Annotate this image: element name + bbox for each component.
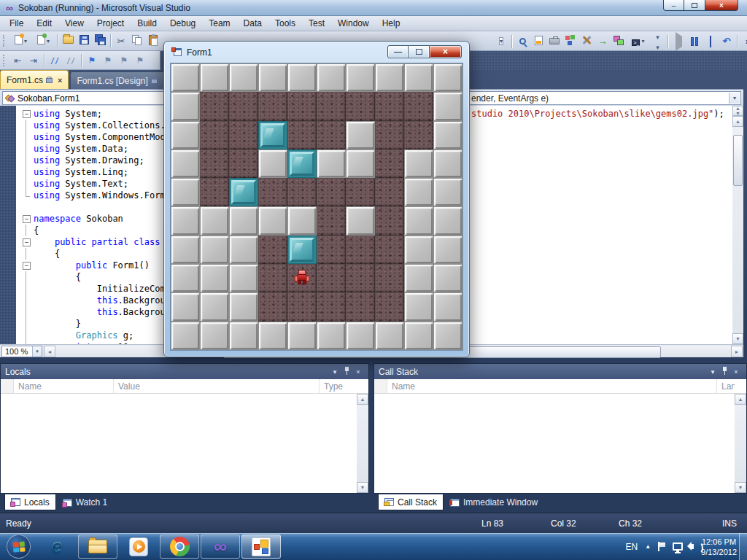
action-center-flag-icon[interactable]	[658, 542, 665, 551]
scroll-down-arrow[interactable]: ▼	[357, 482, 368, 493]
close-tab-icon[interactable]: ×	[58, 76, 62, 85]
menu-edit[interactable]: Edit	[30, 17, 58, 30]
fold-collapse-icon[interactable]	[22, 260, 34, 271]
extensions-button[interactable]	[562, 34, 578, 50]
taskbar-item-windows-explorer[interactable]	[78, 534, 117, 559]
fold-collapse-icon[interactable]	[22, 236, 34, 248]
fold-collapse-icon[interactable]	[22, 213, 34, 225]
windows-button[interactable]	[611, 34, 627, 50]
close-button[interactable]: ×	[429, 45, 462, 58]
callstack-scrollbar[interactable]: ▲ ▼	[735, 394, 746, 493]
overflow-chevron-button[interactable]: ▾▾	[649, 34, 665, 50]
toolbox-button[interactable]	[546, 34, 562, 50]
toolbar-grip[interactable]	[3, 35, 7, 47]
chevron-down-icon[interactable]: ▾	[729, 93, 740, 104]
find-button[interactable]	[514, 34, 530, 50]
hidden-icons-arrow[interactable]: ▲	[645, 543, 651, 550]
tab-call-stack[interactable]: Call Stack	[378, 494, 444, 510]
maximize-button[interactable]	[684, 0, 705, 11]
scroll-up-arrow[interactable]: ▲	[732, 116, 743, 127]
pause-button[interactable]	[686, 34, 703, 50]
minimize-button[interactable]: –	[663, 0, 684, 11]
indent-increase-button[interactable]: ⇥	[26, 52, 42, 69]
indent-decrease-button[interactable]: ⇤	[9, 52, 26, 69]
bookmark-toggle-button[interactable]: ⚑	[84, 52, 100, 69]
tab-locals[interactable]: Locals	[4, 494, 56, 510]
comment-button[interactable]: //	[47, 52, 63, 69]
locals-scrollbar[interactable]: ▲ ▼	[357, 394, 368, 493]
callstack-grid-body[interactable]	[374, 394, 735, 493]
scroll-left-arrow[interactable]: ◄	[44, 346, 55, 357]
toolbar-grip[interactable]	[3, 55, 7, 66]
chevron-down-icon[interactable]: ▾	[32, 346, 42, 357]
uncomment-button[interactable]: //	[63, 52, 79, 69]
volume-icon[interactable]	[690, 544, 694, 549]
pin-icon[interactable]	[719, 367, 730, 376]
taskbar-item-sokoban-app[interactable]	[241, 534, 281, 559]
start-debug-button[interactable]	[670, 34, 686, 50]
column-header-type[interactable]: Type	[320, 379, 356, 393]
menu-debug[interactable]: Debug	[163, 17, 202, 30]
copy-button[interactable]	[129, 33, 145, 49]
navigate-button[interactable]: →	[595, 34, 611, 50]
taskbar-item-media-player[interactable]	[119, 534, 158, 559]
column-header-lang[interactable]: Lang	[717, 379, 735, 393]
column-header-value[interactable]: Value	[114, 379, 320, 393]
stop-button[interactable]	[703, 34, 719, 50]
menu-window[interactable]: Window	[331, 17, 376, 30]
editor-vertical-scrollbar[interactable]: ▲▼ ▲ ▼	[732, 106, 743, 344]
taskbar-item-chrome[interactable]	[160, 534, 199, 559]
fold-collapse-icon[interactable]	[22, 108, 34, 120]
scroll-right-arrow[interactable]: ►	[731, 346, 743, 357]
bookmark-clear-button[interactable]: ⚑	[132, 52, 148, 69]
menu-view[interactable]: View	[58, 17, 90, 30]
close-icon[interactable]: ×	[730, 368, 742, 376]
combo-dd-button[interactable]: ▾	[493, 34, 509, 50]
tab-watch-1[interactable]: Watch 1	[56, 494, 115, 510]
more-button[interactable]: »	[740, 34, 747, 50]
menu-data[interactable]: Data	[237, 17, 268, 30]
close-button[interactable]: ×	[705, 0, 738, 11]
menu-project[interactable]: Project	[90, 17, 131, 30]
properties-button[interactable]	[530, 34, 546, 50]
new-item-button[interactable]	[9, 33, 32, 49]
step-button[interactable]: ↶	[719, 34, 735, 50]
start-button[interactable]	[7, 534, 31, 559]
cut-button[interactable]: ✂	[113, 33, 129, 49]
taskbar-item-visual-studio[interactable]: ∞	[201, 534, 240, 559]
menu-team[interactable]: Team	[202, 17, 236, 30]
network-icon[interactable]	[673, 542, 683, 551]
close-icon[interactable]: ×	[352, 368, 364, 376]
maximize-button[interactable]	[409, 45, 429, 58]
window-position-icon[interactable]: ▾	[329, 368, 341, 376]
menu-build[interactable]: Build	[131, 17, 163, 30]
column-header-name[interactable]: Name	[387, 379, 717, 393]
locals-grid-body[interactable]	[1, 394, 357, 493]
minimize-button[interactable]: —	[387, 45, 409, 58]
pin-icon[interactable]	[341, 367, 352, 376]
locals-panel-header[interactable]: Locals ▾ ×	[1, 364, 368, 379]
scroll-up-arrow[interactable]: ▲	[357, 394, 368, 405]
tab-form1-cs-design-[interactable]: Form1.cs [Design]	[70, 71, 166, 89]
tab-form1-cs[interactable]: Form1.cs×	[0, 70, 69, 89]
tools-button[interactable]	[578, 34, 595, 50]
window-position-icon[interactable]: ▾	[707, 368, 719, 376]
show-desktop-button[interactable]	[739, 533, 747, 560]
menu-test[interactable]: Test	[302, 17, 331, 30]
paste-button[interactable]	[145, 33, 161, 49]
save-button[interactable]	[76, 33, 92, 49]
sokoban-grid[interactable]	[171, 63, 462, 350]
scroll-up-arrow[interactable]: ▲	[735, 394, 746, 405]
save-all-button[interactable]	[92, 33, 108, 49]
language-indicator[interactable]: EN	[625, 542, 638, 552]
scroll-down-arrow[interactable]: ▼	[735, 482, 746, 493]
taskbar-clock[interactable]: 12:06 PM 9/13/2012	[701, 537, 737, 557]
callstack-panel-header[interactable]: Call Stack ▾ ×	[374, 364, 746, 379]
bookmark-next-button[interactable]: ⚑	[116, 52, 132, 69]
splitter-handle[interactable]: ▲▼	[732, 106, 743, 116]
add-item-button[interactable]	[32, 33, 55, 49]
zoom-dropdown[interactable]: 100 % ▾	[1, 346, 42, 357]
command-window-button[interactable]: >_	[627, 34, 649, 50]
taskbar-item-internet-explorer[interactable]: e	[37, 534, 77, 559]
open-folder-button[interactable]	[60, 33, 76, 49]
